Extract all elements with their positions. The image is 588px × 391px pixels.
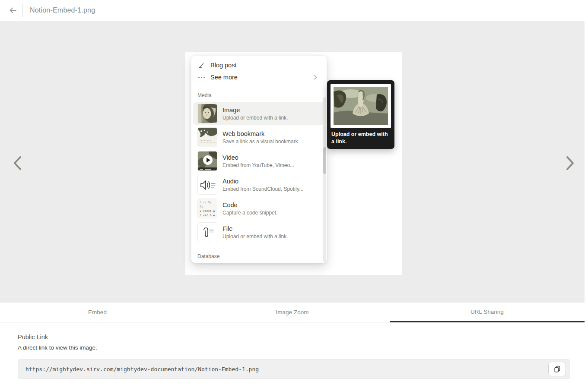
file-title: Notion-Embed-1.png bbox=[30, 6, 95, 14]
menu-scrollbar-track[interactable] bbox=[323, 97, 326, 262]
menu-item-code[interactable]: 1 // My Fi 2 const a 3 var b = 4 b += "o… bbox=[191, 197, 327, 220]
media-item-title: Code bbox=[222, 202, 277, 208]
code-snippet-thumbnail: 1 // My Fi 2 const a 3 var b = 4 b += "o… bbox=[197, 199, 217, 218]
copy-icon bbox=[554, 366, 561, 372]
menu-item-see-more[interactable]: See more bbox=[191, 71, 327, 83]
image-viewer-app: Notion-Embed-1.png Blog post bbox=[0, 0, 588, 391]
media-item-description: Embed from YouTube, Vimeo... bbox=[222, 162, 294, 168]
wave-bookmark-thumbnail bbox=[197, 127, 217, 147]
media-item-title: Web bookmark bbox=[222, 130, 299, 137]
back-button[interactable] bbox=[3, 0, 22, 21]
back-arrow-icon bbox=[9, 7, 17, 14]
url-sharing-panel: Public Link A direct link to view this i… bbox=[0, 322, 588, 391]
media-item-title: Video bbox=[222, 154, 294, 161]
image-preview-tooltip: Upload or embed with a link. bbox=[327, 80, 394, 149]
right-gutter bbox=[585, 21, 588, 302]
menu-item-label: See more bbox=[210, 74, 308, 81]
ellipsis-icon bbox=[197, 77, 205, 78]
venus-painting-thumbnail bbox=[197, 104, 217, 123]
media-item-title: Audio bbox=[222, 178, 303, 185]
next-image-button[interactable] bbox=[563, 154, 578, 173]
section-label-database: Database bbox=[191, 252, 327, 263]
media-item-description: Embed from SoundCloud, Spotify... bbox=[222, 186, 303, 192]
image-canvas: Blog post See more Media bbox=[185, 52, 402, 275]
tab-embed[interactable]: Embed bbox=[0, 303, 195, 322]
menu-item-video[interactable]: Video Embed from YouTube, Vimeo... bbox=[191, 150, 327, 172]
image-viewer-area: Blog post See more Media bbox=[0, 21, 585, 302]
copy-url-button[interactable] bbox=[548, 362, 566, 376]
media-item-title: Image bbox=[222, 107, 288, 114]
pencil-icon bbox=[197, 62, 205, 69]
menu-item-image[interactable]: Image Upload or embed with a link. bbox=[193, 102, 325, 125]
media-item-description: Upload or embed with a link. bbox=[222, 115, 288, 121]
top-bar: Notion-Embed-1.png bbox=[0, 0, 588, 21]
tab-bar: Embed Image Zoom URL Sharing bbox=[0, 302, 585, 322]
menu-divider bbox=[191, 248, 327, 248]
notion-menu: Blog post See more Media bbox=[191, 55, 327, 263]
chevron-right-icon bbox=[566, 156, 575, 170]
public-link-url: https://mightydev.sirv.com/mightydev-doc… bbox=[18, 366, 259, 372]
chevron-right-icon bbox=[314, 75, 317, 80]
menu-item-web-bookmark[interactable]: Web bookmark Save a link as a visual boo… bbox=[191, 126, 327, 148]
section-label-media: Media bbox=[191, 91, 327, 102]
tab-image-zoom[interactable]: Image Zoom bbox=[195, 303, 390, 322]
chevron-left-icon bbox=[13, 156, 22, 170]
menu-divider bbox=[191, 87, 327, 87]
tooltip-caption: Upload or embed with a link. bbox=[331, 128, 391, 148]
public-link-heading: Public Link bbox=[18, 334, 48, 341]
previous-image-button[interactable] bbox=[10, 154, 25, 173]
public-link-field[interactable]: https://mightydev.sirv.com/mightydev-doc… bbox=[18, 359, 570, 378]
menu-item-file[interactable]: File Upload or embed with a link. bbox=[191, 221, 327, 243]
topbar-divider bbox=[22, 4, 23, 17]
video-play-thumbnail bbox=[197, 151, 217, 171]
media-item-title: File bbox=[222, 225, 288, 232]
media-item-description: Save a link as a visual bookmark. bbox=[222, 139, 299, 145]
speaker-thumbnail bbox=[197, 175, 217, 195]
tab-url-sharing[interactable]: URL Sharing bbox=[390, 303, 585, 322]
media-item-description: Upload or embed with a link. bbox=[222, 233, 288, 240]
public-link-description: A direct link to view this image. bbox=[18, 344, 97, 351]
venus-scene-image bbox=[334, 87, 388, 125]
menu-item-label: Blog post bbox=[210, 62, 321, 69]
menu-item-audio[interactable]: Audio Embed from SoundCloud, Spotify... bbox=[191, 173, 327, 196]
menu-scrollbar-thumb[interactable] bbox=[323, 147, 326, 174]
menu-item-blog-post[interactable]: Blog post bbox=[191, 59, 327, 71]
media-item-description: Capture a code snippet. bbox=[222, 210, 277, 216]
paperclip-thumbnail bbox=[197, 222, 217, 242]
tooltip-image-frame bbox=[331, 84, 391, 128]
